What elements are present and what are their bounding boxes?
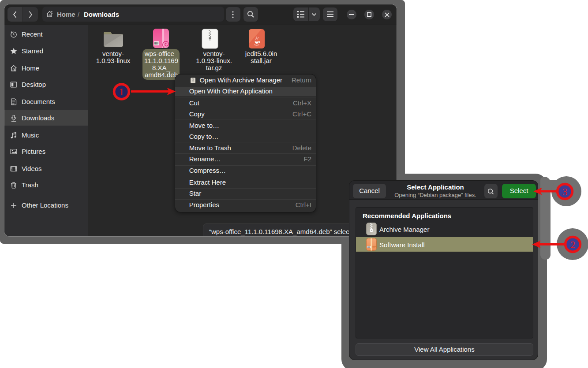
svg-text:1: 1 <box>119 86 124 97</box>
svg-text:2: 2 <box>570 239 576 250</box>
svg-text:3: 3 <box>562 186 568 197</box>
